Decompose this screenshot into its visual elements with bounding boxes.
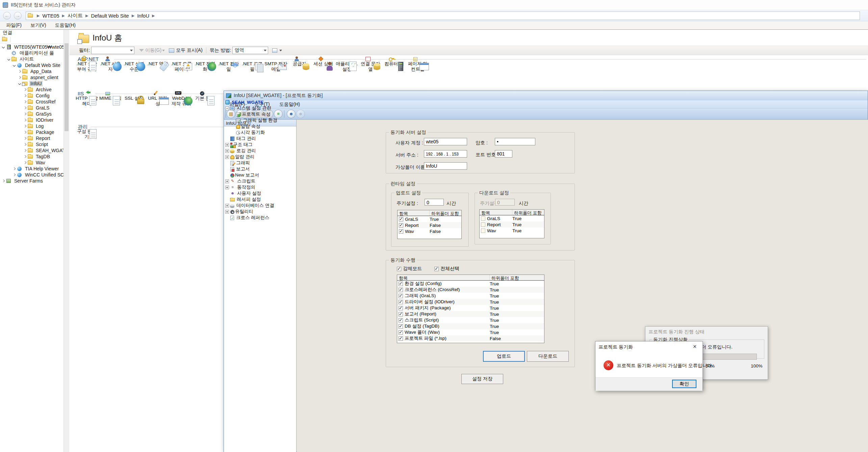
server-address-field[interactable]: 192 . 168 . 1 . 153 — [424, 150, 467, 158]
expand-icon[interactable] — [24, 88, 26, 91]
explorer-item[interactable]: 프로젝트 속성 — [225, 111, 296, 117]
tree-item[interactable]: WTE05(WTE05₩wte05) — [0, 44, 63, 50]
virtual-folder-field[interactable]: InfoU — [424, 162, 467, 170]
tree-item[interactable]: Script — [0, 141, 63, 147]
password-field[interactable]: • — [495, 138, 535, 145]
expand-icon[interactable] — [24, 161, 26, 164]
expand-icon[interactable] — [24, 143, 26, 146]
explorer-item[interactable]: 보고서 — [225, 166, 296, 172]
expand-icon[interactable] — [24, 137, 26, 140]
expand-icon[interactable] — [24, 149, 26, 152]
explorer-item[interactable]: New 보고서 — [225, 172, 296, 178]
force-mode-checkbox[interactable]: 강제모드 — [397, 266, 422, 272]
tree-item[interactable]: aspnet_client — [0, 74, 63, 80]
forward-icon[interactable]: → — [14, 12, 22, 20]
dropdown-icon[interactable] — [130, 50, 133, 51]
column-header[interactable]: 하위폴더 포함 — [430, 210, 459, 216]
checkbox-icon[interactable] — [399, 306, 403, 310]
feature-http-response-headers[interactable]: HTTP 응답 헤더 — [75, 96, 99, 106]
column-header[interactable]: 항목 — [397, 275, 490, 280]
save-connection-icon[interactable] — [2, 38, 7, 41]
checkbox-icon[interactable] — [399, 324, 403, 329]
feature-url-rewrite[interactable]: URL 재작성 — [146, 96, 170, 106]
column-header[interactable]: 하위폴더 포함 — [512, 210, 542, 215]
menu-item[interactable]: 도움말(H) — [55, 22, 76, 28]
expand-icon[interactable] — [24, 119, 26, 121]
feature-dotnet-roles[interactable]: .NET 역할 — [146, 61, 170, 67]
feature-application-settings[interactable]: 애플리케... 설정 — [335, 61, 359, 72]
table-row[interactable]: 드라이버 설정 (IODriver)True — [397, 299, 544, 305]
expand-icon[interactable] — [2, 180, 5, 182]
show-all-label[interactable]: 모두 표시(A) — [176, 47, 203, 53]
address-bar[interactable]: ▶WTE05▶사이트▶Default Web Site▶InfoU▶ — [26, 11, 860, 20]
expand-icon[interactable] — [24, 131, 26, 134]
feature-session-state[interactable]: 세션 상태 — [311, 61, 335, 67]
table-row[interactable]: ReportFalse — [398, 222, 461, 228]
explorer-item[interactable]: ✎스크립트 — [225, 178, 296, 184]
close-icon[interactable]: × — [691, 343, 698, 350]
tree-item[interactable]: SEAH_WGATE — [0, 147, 63, 153]
feature-dotnet-error-pages[interactable]: .NET 오류 페이지 — [170, 61, 193, 72]
checkbox-icon[interactable] — [481, 229, 485, 233]
breadcrumb-item[interactable]: Default Web Site — [91, 13, 129, 19]
feature-machine-key[interactable]: 컴퓨터 키 — [382, 61, 406, 67]
expand-icon[interactable] — [225, 155, 229, 159]
feature-providers[interactable]: 공급자 — [288, 61, 311, 67]
feature-default-document[interactable]: 기본 문서 — [193, 96, 217, 101]
scrollbar-thumb[interactable] — [65, 43, 69, 131]
explorer-item[interactable]: 유틸리티 — [225, 209, 296, 215]
view-dropdown-icon[interactable] — [279, 50, 282, 51]
feature-configuration-editor[interactable]: 구성 편집기 — [75, 129, 99, 140]
feature-dotnet-users[interactable]: .NET 사용자 — [99, 61, 122, 72]
feature-dotnet-profile[interactable]: .NET 프로필 — [240, 61, 264, 72]
feature-dotnet-authorization-rules[interactable]: .NET 권한 부여 규칙 — [75, 61, 99, 72]
view-mode-icon[interactable] — [272, 48, 277, 53]
expand-icon[interactable] — [24, 155, 26, 158]
expand-icon[interactable] — [24, 106, 26, 109]
table-row[interactable]: ReportTrue — [480, 221, 544, 228]
tree-item[interactable]: Archive — [0, 87, 63, 93]
expand-icon[interactable] — [24, 113, 26, 115]
expand-icon[interactable] — [225, 180, 229, 183]
collapse-icon[interactable] — [13, 64, 16, 67]
upload-cycle-field[interactable]: 0 — [425, 199, 444, 206]
explorer-item[interactable]: ☻사용자 설정 — [225, 190, 296, 196]
checkbox-icon[interactable] — [481, 222, 485, 227]
explorer-item[interactable]: 구조 태그 — [225, 142, 296, 148]
tree-item[interactable]: Default Web Site — [0, 62, 63, 68]
tree-item[interactable]: TIA Help Viewer — [0, 166, 63, 172]
table-row[interactable]: 프로젝트 파일 (*.lsp)False — [397, 335, 544, 341]
ok-button[interactable]: 확인 — [672, 380, 696, 388]
checkbox-icon[interactable] — [399, 312, 403, 316]
feature-dotnet-globalization[interactable]: .NET 전역화 — [193, 61, 217, 72]
table-row[interactable]: WavTrue — [480, 228, 544, 234]
expand-icon[interactable] — [13, 173, 16, 176]
explorer-item[interactable]: SEAH_WGATE — [225, 99, 296, 105]
tree-item[interactable]: GraLS — [0, 105, 63, 111]
feature-mime-types[interactable]: MIME 형식 — [99, 96, 122, 101]
go-dropdown-icon[interactable] — [162, 50, 165, 51]
tree-item[interactable]: Log — [0, 123, 63, 129]
download-button[interactable]: 다운로드 — [527, 351, 569, 362]
feature-webdav-authoring-rules[interactable]: WebDAV 제작 규칙 — [170, 96, 193, 106]
table-row[interactable]: 환경 설정 (Config)True — [397, 281, 544, 287]
expand-icon[interactable] — [24, 100, 26, 103]
expand-icon[interactable] — [13, 167, 16, 170]
tree-item[interactable]: IODriver — [0, 117, 63, 123]
dropdown-icon[interactable] — [264, 50, 266, 51]
expand-icon[interactable] — [24, 125, 26, 127]
column-header[interactable]: 항목 — [398, 210, 430, 216]
tree-item[interactable]: Server Farms — [0, 178, 63, 184]
explorer-item[interactable]: 레서피 설정 — [225, 196, 296, 203]
collapse-icon[interactable] — [18, 82, 21, 85]
checkbox-icon[interactable] — [399, 330, 403, 335]
collapse-icon[interactable] — [7, 58, 10, 61]
menu-item[interactable]: 보기(V) — [30, 22, 46, 28]
tree-item[interactable]: Package — [0, 129, 63, 135]
tree-item[interactable]: App_Data — [0, 68, 63, 74]
explorer-item[interactable]: 크로스 레퍼런스 — [225, 215, 296, 221]
checkbox-icon[interactable] — [481, 216, 485, 221]
checkbox-icon[interactable] — [397, 267, 401, 271]
menu-item[interactable]: 파일(F) — [6, 22, 22, 28]
explorer-item[interactable]: 시각 동기화 — [225, 129, 296, 136]
